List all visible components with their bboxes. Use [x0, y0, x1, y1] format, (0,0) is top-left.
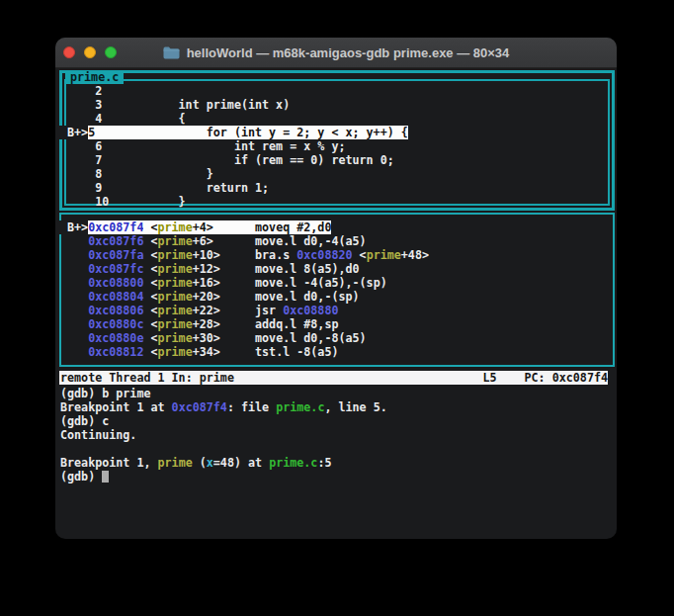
desktop-background: helloWorld — m68k-amigaos-gdb prime.exe …	[0, 0, 674, 616]
asm-line: 0xc0880c <prime+28> addq.l #8,sp	[67, 317, 615, 331]
terminal-cursor	[102, 471, 109, 483]
asm-line: 0xc0880e <prime+30> move.l d0,-8(a5)	[67, 331, 615, 345]
console-line: (gdb)	[60, 470, 617, 484]
asm-line: 0xc08804 <prime+20> move.l d0,-(sp)	[67, 290, 615, 304]
close-button[interactable]	[63, 46, 75, 58]
folder-icon	[163, 46, 180, 59]
status-thread-info: remote Thread 1 In: prime	[60, 371, 234, 385]
console-line: (gdb) c	[60, 414, 617, 428]
status-line-indicator: L5	[482, 371, 496, 385]
console-line: Continuing.	[60, 428, 617, 442]
assembly-rows: B+>0xc087f4 <prime+4> moveq #2,d0 0xc087…	[59, 213, 615, 359]
titlebar[interactable]: helloWorld — m68k-amigaos-gdb prime.exe …	[55, 38, 617, 68]
status-right-group: L5PC: 0xc087f4	[482, 371, 608, 385]
status-pc-indicator: PC: 0xc087f4	[525, 371, 608, 385]
zoom-button[interactable]	[105, 46, 117, 58]
asm-line: 0xc08812 <prime+34> tst.l -8(a5)	[67, 345, 615, 359]
console-line: Breakpoint 1, prime (x=48) at prime.c:5	[60, 456, 617, 470]
assembly-panel: B+>0xc087f4 <prime+4> moveq #2,d0 0xc087…	[59, 213, 615, 367]
asm-line: 0xc08806 <prime+22> jsr 0xc08880	[67, 304, 615, 317]
source-line: 2	[67, 84, 615, 98]
source-panel-title: prime.c	[65, 70, 124, 84]
source-line: 4 {	[67, 112, 615, 126]
asm-line: B+>0xc087f4 <prime+4> moveq #2,d0	[67, 220, 615, 234]
asm-line: 0xc08800 <prime+16> move.l -4(a5),-(sp)	[67, 276, 615, 290]
source-line: 9 return 1;	[67, 181, 615, 195]
terminal-window: helloWorld — m68k-amigaos-gdb prime.exe …	[55, 38, 617, 539]
source-panel: prime.c 2 3 int prime(int x) 4 {B+>5 for…	[59, 70, 615, 211]
console-line: (gdb) b prime	[60, 387, 617, 400]
minimize-button[interactable]	[84, 46, 96, 58]
window-controls	[63, 46, 117, 58]
source-line: 3 int prime(int x)	[67, 98, 615, 112]
window-title-group: helloWorld — m68k-amigaos-gdb prime.exe …	[163, 45, 510, 60]
window-title: helloWorld — m68k-amigaos-gdb prime.exe …	[187, 45, 510, 60]
asm-line: 0xc087f6 <prime+6> move.l d0,-4(a5)	[67, 234, 615, 248]
source-line: 8 }	[67, 167, 615, 181]
source-line: 7 if (rem == 0) return 0;	[67, 153, 615, 167]
terminal-content[interactable]: prime.c 2 3 int prime(int x) 4 {B+>5 for…	[55, 68, 617, 539]
source-code-rows: 2 3 int prime(int x) 4 {B+>5 for (int y …	[59, 70, 615, 211]
console-line	[60, 442, 617, 456]
source-line: 10 }	[67, 195, 615, 209]
asm-line: 0xc087fa <prime+10> bra.s 0xc08820 <prim…	[67, 248, 615, 262]
status-bar: remote Thread 1 In: prime L5PC: 0xc087f4	[59, 371, 608, 385]
source-line: B+>5 for (int y = 2; y < x; y++) {	[67, 126, 615, 139]
console-line: Breakpoint 1 at 0xc087f4: file prime.c, …	[60, 400, 617, 414]
asm-line: 0xc087fc <prime+12> move.l 8(a5),d0	[67, 262, 615, 276]
gdb-console[interactable]: (gdb) b primeBreakpoint 1 at 0xc087f4: f…	[60, 387, 617, 484]
source-line: 6 int rem = x % y;	[67, 139, 615, 153]
